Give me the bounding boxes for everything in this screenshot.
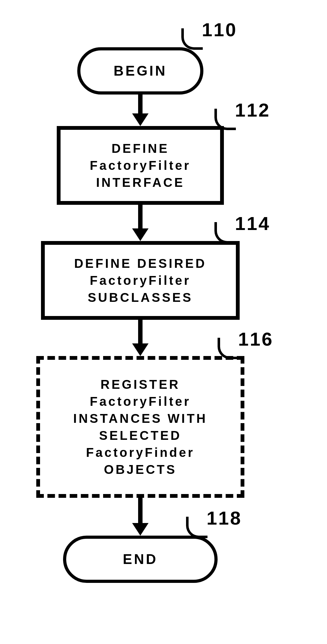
node-step3-line1: REGISTER [101,376,180,393]
node-step2-line3: SUBCLASSES [88,289,193,306]
node-step1-line2: FactoryFilter [90,157,191,174]
ref-hook-end [186,517,207,538]
ref-hook-begin [181,28,203,50]
node-step3-line4: SELECTED [99,427,181,444]
ref-label-step2: 114 [235,213,270,234]
node-step3: REGISTER FactoryFilter INSTANCES WITH SE… [36,356,244,498]
node-step2-line2: FactoryFilter [90,272,191,289]
node-step1-line3: INTERFACE [96,174,185,191]
node-step2-line1: DEFINE DESIRED [74,255,207,272]
ref-hook-step2 [214,222,236,244]
node-step3-line5: FactoryFinder [86,444,195,461]
node-end: END [63,536,218,583]
node-step3-line3: INSTANCES WITH [73,410,207,427]
ref-label-step3: 116 [238,328,273,350]
node-step3-line2: FactoryFilter [90,393,191,410]
node-step1-line1: DEFINE [112,140,169,157]
node-step2: DEFINE DESIRED FactoryFilter SUBCLASSES [41,241,240,320]
ref-label-end: 118 [207,507,242,529]
node-begin-text: BEGIN [114,61,167,80]
node-end-text: END [123,550,158,568]
ref-label-step1: 112 [235,99,270,121]
ref-label-begin: 110 [202,19,237,41]
node-step1: DEFINE FactoryFilter INTERFACE [57,126,224,205]
flowchart-canvas: BEGIN 110 DEFINE FactoryFilter INTERFACE… [0,0,327,644]
node-step3-line6: OBJECTS [104,461,177,478]
node-begin: BEGIN [77,47,203,95]
